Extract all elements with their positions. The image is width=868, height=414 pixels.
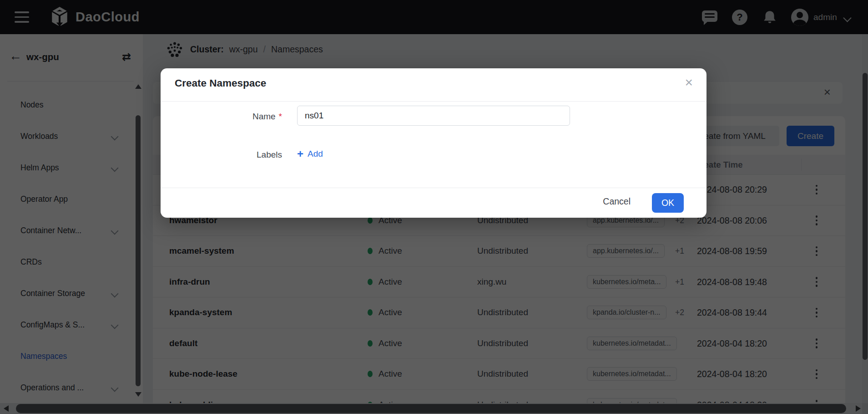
ok-button[interactable]: OK [652, 193, 684, 213]
modal-body: Name* Labels + Add [161, 101, 707, 188]
cancel-button[interactable]: Cancel [603, 196, 631, 207]
required-marker: * [279, 112, 282, 121]
modal-header: Create Namespace × [161, 68, 707, 102]
add-label-text: Add [308, 149, 323, 159]
close-icon[interactable]: × [685, 76, 693, 89]
labels-field-label: Labels [206, 150, 282, 160]
add-label-button[interactable]: + Add [297, 148, 323, 159]
name-field-label: Name* [206, 112, 282, 122]
modal-footer: Cancel OK [161, 188, 707, 218]
create-namespace-modal: Create Namespace × Name* Labels + Add Ca… [161, 68, 707, 218]
name-input[interactable] [297, 106, 570, 126]
app-window: DaoCloud ? admin ← wx-gpu ⇄ [0, 0, 868, 414]
plus-icon: + [297, 148, 303, 159]
modal-title: Create Namespace [175, 77, 266, 89]
